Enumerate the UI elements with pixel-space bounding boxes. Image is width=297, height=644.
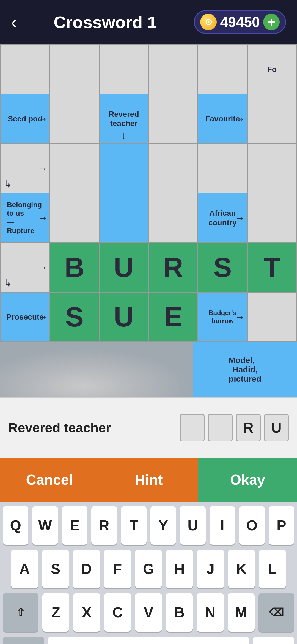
key-V[interactable]: V (135, 593, 162, 632)
cell-0-4[interactable] (198, 45, 248, 94)
cell-0-2[interactable] (100, 45, 149, 94)
keyboard: Q W E R T Y U I O P A S D F G H J K L ⇧ … (0, 502, 297, 644)
cell-1-5[interactable] (248, 94, 297, 144)
cell-4-3[interactable]: R (149, 243, 199, 293)
key-F[interactable]: F (104, 550, 131, 588)
kb-row-2: A S D F G H J K L (3, 550, 294, 588)
key-U[interactable]: U (180, 506, 205, 545)
cell-3-4[interactable]: African country → (198, 193, 248, 243)
cell-2-1[interactable] (50, 144, 100, 193)
key-D[interactable]: D (73, 550, 100, 588)
add-coins-button[interactable]: + (263, 14, 280, 30)
key-M[interactable]: M (228, 593, 255, 632)
key-L[interactable]: L (259, 550, 286, 588)
okay-button[interactable]: Okay (198, 458, 297, 502)
cell-4-4[interactable]: S (198, 243, 248, 293)
cell-3-3[interactable] (149, 193, 199, 243)
kb-row-3: ⇧ Z X C V B N M ⌫ (3, 593, 294, 632)
answer-box-3[interactable]: R (236, 414, 261, 441)
cell-3-0[interactable]: Belonging to us—Rupture → (1, 193, 50, 243)
key-A[interactable]: A (11, 550, 38, 588)
cell-5-1[interactable]: S (50, 293, 100, 342)
key-J[interactable]: J (197, 550, 224, 588)
back-button[interactable]: ‹ (11, 13, 16, 32)
cell-4-5[interactable]: T (248, 243, 297, 293)
key-S[interactable]: S (42, 550, 69, 588)
key-R[interactable]: R (91, 506, 117, 545)
key-H[interactable]: H (166, 550, 193, 588)
cell-2-5[interactable] (248, 144, 297, 193)
page-title: Crossword 1 (54, 12, 157, 32)
kb-row-1: Q W E R T Y U I O P (3, 506, 294, 545)
letter-R: R (163, 252, 183, 283)
answer-boxes: R U (180, 414, 289, 441)
key-P[interactable]: P (269, 506, 294, 545)
cell-1-1[interactable] (50, 94, 100, 144)
cell-1-0[interactable]: Seed pod → (1, 94, 50, 144)
photo-blur (0, 342, 208, 397)
key-Z[interactable]: Z (42, 593, 69, 632)
arrow-right-bottom-icon: ↳ (4, 178, 12, 190)
cell-4-0[interactable]: ↳ → (1, 243, 50, 293)
cell-0-3[interactable] (149, 45, 199, 94)
key-C[interactable]: C (104, 593, 131, 632)
cell-2-4[interactable] (198, 144, 248, 193)
answer-box-4[interactable]: U (264, 414, 289, 441)
cell-5-2[interactable]: U (100, 293, 149, 342)
key-I[interactable]: I (210, 506, 235, 545)
cell-0-1[interactable] (50, 45, 100, 94)
cell-3-2[interactable] (100, 193, 149, 243)
answer-box-1[interactable] (180, 414, 205, 441)
cell-1-2[interactable]: Revered teacher ↓ (100, 94, 149, 144)
cell-2-0[interactable]: ↳ → (1, 144, 50, 193)
key-Y[interactable]: Y (150, 506, 176, 545)
cell-2-2[interactable] (100, 144, 149, 193)
key-O[interactable]: O (239, 506, 265, 545)
letter-E: E (164, 301, 182, 333)
cell-3-1[interactable] (50, 193, 100, 243)
cell-5-5[interactable] (248, 293, 297, 342)
cell-4-2[interactable]: U (100, 243, 149, 293)
arrow-right-icon-8: → (235, 311, 245, 323)
arrow-right-icon-5: → (235, 212, 245, 224)
arrow-right-icon-2: → (235, 113, 245, 125)
coin-amount: 49450 (220, 14, 260, 30)
key-T[interactable]: T (121, 506, 147, 545)
cancel-button[interactable]: Cancel (0, 458, 99, 502)
confirm-key[interactable]: ✓ (253, 637, 294, 644)
hint-button[interactable]: Hint (99, 458, 198, 502)
crossword-grid: Fo Seed pod → Revered teacher ↓ Favourit… (0, 44, 297, 397)
clue-bar: Revered teacher R U (0, 397, 297, 458)
cell-1-3[interactable] (149, 94, 199, 144)
cell-4-1[interactable]: B (50, 243, 100, 293)
cell-0-0[interactable] (1, 45, 50, 94)
key-Q[interactable]: Q (3, 506, 28, 545)
key-G[interactable]: G (135, 550, 162, 588)
key-B[interactable]: B (166, 593, 193, 632)
key-N[interactable]: N (197, 593, 224, 632)
key-W[interactable]: W (32, 506, 58, 545)
coin-icon: ⊙ (200, 14, 217, 30)
arrow-right-icon-7: → (38, 311, 48, 323)
cell-5-4[interactable]: Badger's burrow → (198, 293, 248, 342)
backspace-key[interactable]: ⌫ (258, 593, 294, 632)
letter-S: S (213, 252, 232, 283)
cell-5-3[interactable]: E (149, 293, 199, 342)
cell-1-4[interactable]: Favourite → (198, 94, 248, 144)
key-X[interactable]: X (73, 593, 100, 632)
arrow-lb-icon: ↳ (4, 277, 12, 289)
photo-clue-text: Model, _Hadid,pictured (229, 356, 262, 384)
cell-2-3[interactable] (149, 144, 199, 193)
answer-box-2[interactable] (208, 414, 233, 441)
cell-5-0[interactable]: Prosecute → (1, 293, 50, 342)
shift-key[interactable]: ⇧ (3, 593, 38, 632)
grid-cells: Fo Seed pod → Revered teacher ↓ Favourit… (0, 44, 297, 342)
spacebar-key[interactable] (48, 637, 249, 644)
cell-3-5[interactable] (248, 193, 297, 243)
key-E[interactable]: E (62, 506, 87, 545)
key-K[interactable]: K (228, 550, 255, 588)
numeric-key[interactable]: 123 (3, 637, 44, 644)
cell-0-5[interactable]: Fo (248, 45, 297, 94)
letter-B: B (65, 252, 84, 283)
cell-1-2-clue: Revered teacher (100, 107, 148, 130)
